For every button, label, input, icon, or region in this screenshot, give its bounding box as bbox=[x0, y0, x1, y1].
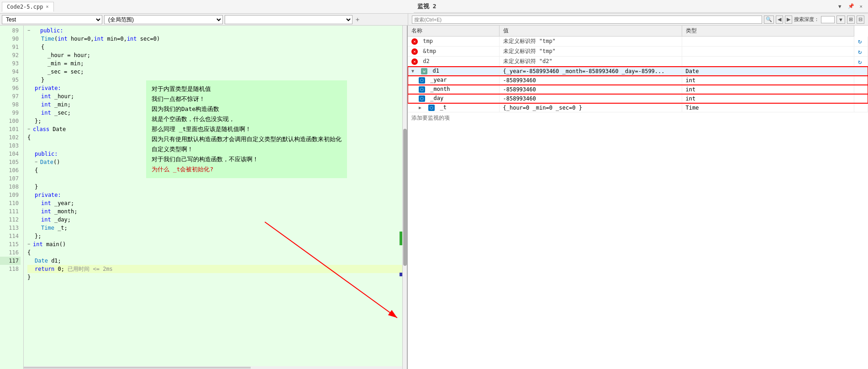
collapse-114[interactable]: − bbox=[27, 240, 33, 248]
collapse-89[interactable]: − bbox=[27, 26, 33, 35]
code-line-108: private: bbox=[27, 191, 407, 199]
code-line-116: Date d1; bbox=[27, 257, 407, 265]
code-line-92: _min = min; bbox=[27, 59, 407, 68]
code-editor: 89 90 91 92 93 94 95 96 97 98 99 100 101… bbox=[0, 26, 408, 369]
watch-row-day: ⬡ _day -858993460 int bbox=[408, 94, 868, 103]
code-line-96: int _hour; bbox=[27, 92, 407, 100]
code-line-91: _hour = hour; bbox=[27, 51, 407, 59]
code-line-100: − class Date bbox=[27, 125, 407, 133]
grid-view-button[interactable]: ⊞ bbox=[847, 16, 855, 24]
watch-float-button[interactable]: ▼ bbox=[836, 3, 844, 10]
line-num-118: 118 bbox=[0, 265, 21, 273]
active-tab[interactable]: Code2-5.cpp × bbox=[2, 2, 54, 12]
line-num-110: 110 bbox=[0, 199, 21, 207]
tab-view-button[interactable]: ⊟ bbox=[857, 16, 864, 24]
code-line-118: } bbox=[27, 273, 407, 281]
code-line-109: int _year; bbox=[27, 199, 407, 207]
watch-row-year-value: -858993460 bbox=[499, 76, 682, 85]
watch-row-t: ▶ ⬡ _t {_hour=0 _min=0 _sec=0 } Time bbox=[408, 103, 868, 112]
code-line-95: private: bbox=[27, 84, 407, 92]
watch-row-amptmp-type bbox=[682, 47, 854, 57]
watch-row-month-value: -858993460 bbox=[499, 85, 682, 94]
code-text-area[interactable]: − public: Time(int hour=0,int min=0,int … bbox=[24, 26, 407, 369]
depth-input[interactable]: 3 bbox=[821, 16, 835, 23]
watch-add-item[interactable]: 添加要监视的项 bbox=[408, 112, 868, 124]
code-line-114: − int main() bbox=[27, 240, 407, 248]
watch-icon-day: ⬡ bbox=[419, 95, 425, 102]
h-scroll-thumb[interactable] bbox=[24, 367, 251, 369]
vertical-scrollbar[interactable] bbox=[402, 26, 407, 369]
code-line-110: int _month; bbox=[27, 207, 407, 216]
code-line-105: { bbox=[27, 166, 407, 174]
watch-search-input[interactable] bbox=[412, 16, 762, 24]
line-num-94: 94 bbox=[0, 68, 21, 76]
code-line-115: { bbox=[27, 248, 407, 257]
watch-row-tmp-value: 未定义标识符 "tmp" bbox=[499, 37, 682, 47]
code-content-area: 89 90 91 92 93 94 95 96 97 98 99 100 101… bbox=[0, 26, 407, 369]
watch-row-d2-type bbox=[682, 57, 854, 67]
refresh-icon-tmp[interactable]: ↻ bbox=[858, 37, 862, 45]
line-num-103: 103 bbox=[0, 142, 21, 150]
watch-close-button[interactable]: × bbox=[858, 3, 864, 10]
expand-d1[interactable]: ▼ bbox=[411, 69, 418, 74]
code-line-102 bbox=[27, 142, 407, 150]
code-line-97: int _min; bbox=[27, 100, 407, 109]
depth-down-button[interactable]: ▼ bbox=[836, 16, 845, 24]
line-num-105: 105 bbox=[0, 158, 21, 166]
line-num-89: 89 bbox=[0, 26, 21, 35]
scope-dropdown[interactable]: (全局范围) bbox=[104, 15, 223, 24]
error-icon-d2: ✕ bbox=[411, 58, 418, 65]
horizontal-scrollbar[interactable] bbox=[24, 366, 402, 369]
code-line-98: int _sec; bbox=[27, 109, 407, 117]
watch-data-table: 名称 值 类型 ✕ tmp 未定义标识符 "tmp" ↻ bbox=[408, 26, 868, 112]
line-num-109: 109 bbox=[0, 191, 21, 199]
line-num-114: 114 bbox=[0, 232, 21, 240]
watch-search-icon[interactable]: 🔍 bbox=[764, 16, 774, 24]
watch-panel: 名称 值 类型 ✕ tmp 未定义标识符 "tmp" ↻ bbox=[408, 26, 868, 369]
collapse-104[interactable]: − bbox=[35, 158, 40, 166]
watch-row-year-type: int bbox=[682, 76, 854, 85]
watch-row-day-value: -858993460 bbox=[499, 94, 682, 103]
refresh-icon-amptmp[interactable]: ↻ bbox=[858, 48, 862, 55]
line-num-100: 100 bbox=[0, 117, 21, 125]
bookmark-indicator-2 bbox=[400, 273, 402, 276]
watch-row-d1-name: ▼ w d1 bbox=[408, 67, 499, 76]
refresh-icon-d2[interactable]: ↻ bbox=[858, 58, 862, 65]
code-line-103: public: bbox=[27, 150, 407, 158]
watch-icon-year: ⬡ bbox=[419, 77, 425, 84]
tab-close-button[interactable]: × bbox=[46, 4, 48, 9]
watch-row-tmp-refresh[interactable]: ↻ bbox=[854, 37, 868, 47]
watch-row-year: ⬡ _year -858993460 int bbox=[408, 76, 868, 85]
line-num-107: 107 bbox=[0, 174, 21, 183]
watch-back-button[interactable]: ◀ bbox=[776, 16, 783, 24]
config-dropdown[interactable]: Test bbox=[2, 15, 102, 24]
watch-row-tmp-type bbox=[682, 37, 854, 47]
watch-pin-button[interactable]: 📌 bbox=[846, 2, 856, 10]
watch-add-label: 添加要监视的项 bbox=[411, 115, 450, 121]
watch-row-t-value: {_hour=0 _min=0 _sec=0 } bbox=[499, 103, 682, 112]
watch-row-year-name: ⬡ _year bbox=[408, 76, 499, 85]
watch-row-d2-refresh[interactable]: ↻ bbox=[854, 57, 868, 67]
line-num-104: 104 bbox=[0, 150, 21, 158]
code-line-113: }; bbox=[27, 232, 407, 240]
second-toolbar: Test (全局范围) ＋ 🔍 ◀ ▶ 搜索深度： 3 ▼ ⊞ ⊟ bbox=[0, 14, 868, 26]
watch-row-amptmp-refresh[interactable]: ↻ bbox=[854, 47, 868, 57]
line-num-90: 90 bbox=[0, 35, 21, 43]
line-num-113: 113 bbox=[0, 224, 21, 232]
function-dropdown[interactable] bbox=[225, 15, 352, 24]
add-button[interactable]: ＋ bbox=[354, 16, 361, 24]
watch-forward-button[interactable]: ▶ bbox=[785, 16, 792, 24]
line-num-101: 101 bbox=[0, 125, 21, 133]
expand-t[interactable]: ▶ bbox=[419, 105, 425, 110]
scroll-thumb[interactable] bbox=[403, 129, 407, 266]
watch-search-bar: 🔍 ◀ ▶ 搜索深度： 3 ▼ ⊞ ⊟ bbox=[408, 14, 868, 26]
watch-row-d2-value: 未定义标识符 "d2" bbox=[499, 57, 682, 67]
watch-row-d1-type: Date bbox=[682, 67, 854, 76]
watch-row-d2: ✕ d2 未定义标识符 "d2" ↻ bbox=[408, 57, 868, 67]
collapse-100[interactable]: − bbox=[27, 125, 33, 133]
code-line-106 bbox=[27, 174, 407, 183]
code-line-94: } bbox=[27, 76, 407, 84]
depth-label: 搜索深度： bbox=[794, 16, 819, 23]
line-num-91: 91 bbox=[0, 43, 21, 51]
main-layout: 89 90 91 92 93 94 95 96 97 98 99 100 101… bbox=[0, 26, 868, 369]
